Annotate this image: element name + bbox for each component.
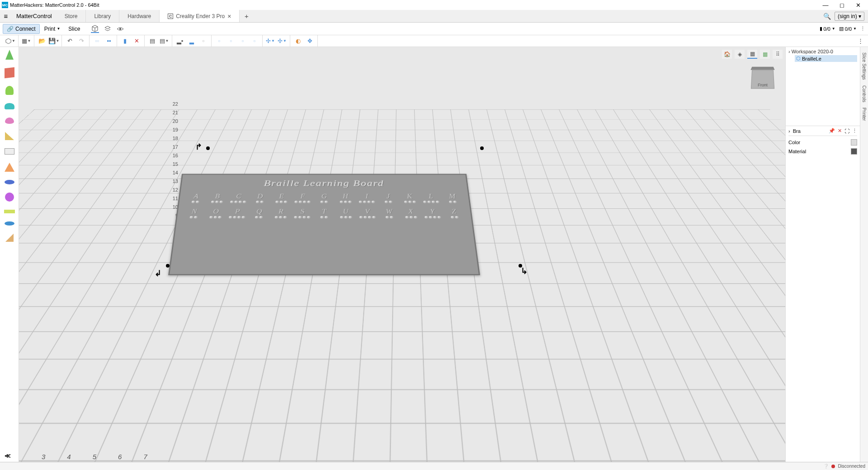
color-swatch[interactable] <box>851 139 857 146</box>
letter-row-1: ABCDEFGHIJKLM <box>186 193 462 200</box>
rotate-handle[interactable]: ↱ <box>195 142 202 152</box>
undo-button[interactable]: ↶ <box>65 36 75 46</box>
add-shape-button[interactable]: ▼ <box>5 36 15 46</box>
redo-button[interactable]: ↷ <box>76 36 86 46</box>
vtab-printer[interactable]: Printer <box>861 105 867 123</box>
tree-root[interactable]: ›Workspace 2020-0 <box>788 49 857 54</box>
duplicate-button[interactable]: ▮ <box>120 36 130 46</box>
tab-printer-active[interactable]: C Creality Ender 3 Pro × <box>160 10 240 22</box>
align-left-button[interactable]: ▤ <box>147 36 157 46</box>
align-center-button[interactable]: ▤▼ <box>159 36 169 46</box>
selection-handle[interactable] <box>166 264 170 268</box>
prop-material[interactable]: Material <box>788 147 857 156</box>
shape-pyramid[interactable] <box>5 163 14 172</box>
on-bed-button[interactable]: ▂ <box>187 36 197 46</box>
shape-cylinder[interactable] <box>5 86 14 95</box>
tab-hardware[interactable]: Hardware <box>119 10 160 22</box>
close-button[interactable]: ✕ <box>850 0 866 10</box>
shape-bar[interactable] <box>4 210 15 213</box>
shape-half-sphere[interactable] <box>5 103 14 109</box>
support-button[interactable]: ✢▼ <box>265 36 275 46</box>
shape-half-wedge[interactable] <box>5 234 14 242</box>
shape-cube[interactable] <box>5 67 14 78</box>
extruder-counter[interactable]: ▮0/0▼ <box>820 26 835 32</box>
toolbar-overflow-icon[interactable]: ⋮ <box>855 36 865 46</box>
shape-dome[interactable] <box>5 118 14 124</box>
selection-handle[interactable] <box>206 146 210 150</box>
titlebar: MC MatterHackers: MatterControl 2.0 - 64… <box>0 0 868 10</box>
move-button[interactable]: ✥ <box>305 36 315 46</box>
nozzle-icon: ▮ <box>820 26 822 32</box>
shape-ring[interactable] <box>5 221 14 226</box>
model-title-text: Braille Learning Board <box>264 179 385 188</box>
rotate-handle[interactable]: ↲ <box>155 268 161 278</box>
link-icon: 🔗 <box>7 26 14 32</box>
menu-icon[interactable]: ≡ <box>0 10 12 22</box>
ruler-horizontal: 34567 <box>42 453 147 461</box>
help-icon[interactable]: ❔ <box>823 464 829 469</box>
mirror-button[interactable]: ◐ <box>293 36 303 46</box>
prop-color[interactable]: Color <box>788 138 857 147</box>
signin-button[interactable]: (sign in) ▾ <box>835 12 864 21</box>
tab-library[interactable]: Library <box>86 10 119 22</box>
pin-icon[interactable]: 📌 <box>829 128 835 134</box>
vtab-controls[interactable]: Controls <box>861 83 867 105</box>
delete-button[interactable]: ✕ <box>132 36 142 46</box>
view-layers-icon[interactable] <box>104 25 112 33</box>
selection-handle[interactable] <box>480 146 484 150</box>
connect-button[interactable]: 🔗 Connect <box>3 24 40 34</box>
home-view-icon[interactable]: 🏠 <box>722 50 732 59</box>
group-button[interactable]: ▪▪ <box>104 36 114 46</box>
view-cube[interactable]: Front <box>749 64 776 91</box>
shaded-view-icon[interactable]: ▦ <box>747 50 757 59</box>
shape-sphere[interactable] <box>5 193 14 202</box>
support2-button[interactable]: ✢▼ <box>277 36 287 46</box>
delete-prop-icon[interactable]: ✕ <box>838 128 842 134</box>
shape-torus[interactable] <box>5 180 14 184</box>
minimize-button[interactable]: — <box>817 0 834 10</box>
perspective-icon[interactable]: ◈ <box>735 50 745 59</box>
vtab-slice-settings[interactable]: Slice Settings <box>861 50 867 83</box>
maximize-button[interactable]: ◻ <box>834 0 850 10</box>
lay-flat-button[interactable]: ▂▪ <box>175 36 185 46</box>
arrange-button[interactable]: ▫ <box>198 36 208 46</box>
letter-row-2: NOPQRSTUVWXYZ <box>184 208 464 215</box>
printer-tab-icon: C <box>168 14 173 19</box>
slice-button[interactable]: Slice <box>65 24 84 33</box>
solid-view-icon[interactable]: ▦ <box>760 50 770 59</box>
chevron-right-icon: › <box>788 128 790 134</box>
expand-icon[interactable]: ⛶ <box>844 128 849 134</box>
save-button[interactable]: 💾▼ <box>49 36 59 46</box>
close-tab-icon[interactable]: × <box>227 13 231 20</box>
view-eye-icon[interactable] <box>116 25 124 33</box>
cut-button[interactable]: ▫ <box>226 36 236 46</box>
search-icon[interactable]: 🔍 <box>823 13 831 20</box>
rotate-handle[interactable]: ↳ <box>521 266 528 276</box>
tab-store[interactable]: Store <box>57 10 86 22</box>
object-name: Bra <box>793 128 801 134</box>
shape-text[interactable] <box>5 148 14 155</box>
view-3d-icon[interactable] <box>91 25 99 33</box>
shape-cone[interactable] <box>5 50 14 60</box>
ungroup-button[interactable]: ▫▫ <box>92 36 102 46</box>
print-button[interactable]: Print▼ <box>41 24 64 33</box>
paste-button[interactable]: ▫ <box>238 36 248 46</box>
bed-options-button[interactable]: ▦▼ <box>21 36 31 46</box>
app-name[interactable]: MatterControl <box>12 10 57 22</box>
open-button[interactable]: 📂 <box>37 36 47 46</box>
material-swatch[interactable] <box>851 148 857 155</box>
build-plate-grid <box>19 109 785 462</box>
copy-button[interactable]: ▫ <box>214 36 224 46</box>
wireframe-view-icon[interactable]: ⠿ <box>773 50 783 59</box>
model-braille-board[interactable]: Braille Learning Board ABCDEFGHIJKLM NOP… <box>168 174 480 275</box>
overflow-icon[interactable]: ⋮ <box>852 128 857 134</box>
bed-counter[interactable]: ▧0/0▼ <box>839 26 857 32</box>
viewport-3d[interactable]: 222120191817161514131211109876543 34567 … <box>19 47 785 462</box>
paste2-button[interactable]: ▫ <box>250 36 259 46</box>
overflow-icon[interactable]: ⋮ <box>860 26 865 32</box>
collapse-sidebar-icon[interactable]: ≪ <box>5 452 11 459</box>
bed-icon: ▧ <box>839 26 844 32</box>
shape-wedge[interactable] <box>5 132 14 140</box>
add-tab-button[interactable]: + <box>240 10 253 22</box>
tree-item-selected[interactable]: ⬡BrailleLe <box>795 55 857 62</box>
